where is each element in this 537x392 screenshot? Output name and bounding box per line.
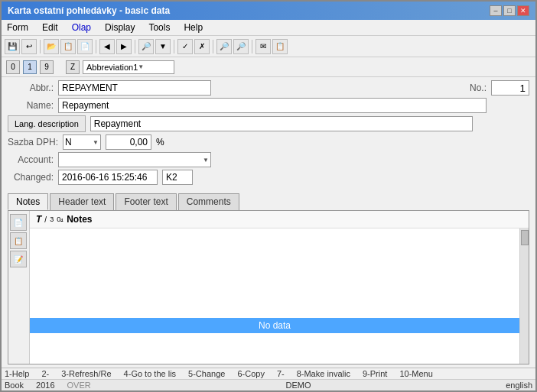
changed-label: Changed: (8, 172, 54, 183)
tab-footer-text[interactable]: Footer text (116, 193, 176, 210)
status-f3: 3-Refresh/Re (61, 369, 111, 378)
lang-row: Lang. description (8, 115, 529, 132)
changed-code-input[interactable] (162, 170, 193, 185)
menu-edit[interactable]: Edit (40, 21, 60, 34)
menubar: Form Edit Olap Display Tools Help (2, 20, 535, 36)
toolbar-sep3 (135, 40, 135, 53)
toolbar-sep1 (40, 40, 41, 53)
no-data-banner: No data (30, 318, 519, 333)
notes-body: No data (30, 228, 519, 364)
status-f1: 1-Help (5, 369, 29, 378)
minimize-button[interactable]: – (490, 5, 502, 16)
menu-olap[interactable]: Olap (70, 21, 93, 34)
tab-header-text[interactable]: Header text (50, 193, 114, 210)
status-f8: 8-Make invalic (297, 369, 350, 378)
scrollbar-vertical[interactable] (519, 228, 529, 364)
abbr-dropdown-arrow: ▼ (138, 63, 144, 70)
menu-tools[interactable]: Tools (146, 21, 172, 34)
nav-z[interactable]: Z (66, 60, 80, 74)
mail-btn[interactable]: ✉ (255, 39, 271, 54)
status-f7: 7- (277, 369, 285, 378)
name-label: Name: (8, 100, 54, 111)
status-f2: 2- (41, 369, 49, 378)
pct-label: % (156, 137, 164, 147)
sazba-row: Sazba DPH: N ▼ % (8, 134, 529, 150)
sazba-pct-input[interactable] (106, 134, 151, 150)
new-btn[interactable]: 📄 (77, 39, 93, 54)
abbreviation-select[interactable]: Abbreviation1 ▼ (83, 60, 174, 74)
abbr-input[interactable] (58, 80, 211, 96)
notes-header-slash: / (44, 215, 47, 224)
changed-input[interactable] (58, 170, 158, 185)
menu-form[interactable]: Form (5, 21, 31, 34)
toolbar-sep2 (96, 40, 96, 53)
lang-input[interactable] (90, 116, 473, 131)
prev-btn[interactable]: ◀ (99, 39, 115, 54)
window-title: Karta ostatní pohledávky - basic data (8, 5, 170, 16)
status-row-1: 1-Help 2- 3-Refresh/Re 4-Go to the lis 5… (2, 368, 535, 379)
status-over: OVER (67, 381, 91, 390)
account-arrow-icon: ▼ (203, 157, 209, 164)
abbr-row: Abbr.: No.: (8, 80, 529, 96)
status-demo: DEMO (285, 381, 311, 390)
sazba-arrow-icon: ▼ (93, 139, 99, 146)
status-lang: english (506, 381, 532, 390)
status-f10: 10-Menu (399, 369, 432, 378)
cancel-btn[interactable]: ✗ (194, 39, 210, 54)
toolbar: 💾 ↩ 📂 📋 📄 ◀ ▶ 🔎 ▼ ✓ ✗ 🔎 🔎 ✉ 📋 (2, 36, 535, 57)
main-window: Karta ostatní pohledávky - basic data – … (0, 0, 537, 392)
status-bar: 1-Help 2- 3-Refresh/Re 4-Go to the lis 5… (2, 368, 535, 390)
save-btn[interactable]: 💾 (5, 39, 20, 54)
scrollbar-thumb[interactable] (521, 230, 529, 245)
lang-description-button[interactable]: Lang. description (8, 115, 86, 132)
check-btn[interactable]: ✓ (177, 39, 193, 54)
find-btn[interactable]: 🔎 (216, 39, 232, 54)
notes-header-t: T (36, 214, 41, 225)
sazba-label: Sazba DPH: (8, 137, 58, 147)
open-btn[interactable]: 📂 (44, 39, 59, 54)
toolbar-sep5 (213, 40, 213, 53)
no-input[interactable] (491, 80, 529, 96)
status-year: 2016 (36, 381, 54, 390)
status-row-2: Book 2016 OVER DEMO english (2, 379, 535, 390)
account-dropdown[interactable]: ▼ (58, 152, 211, 167)
status-book: Book (5, 381, 24, 390)
name-row: Name: (8, 98, 529, 113)
notes-header: T / 3 0₄ Notes (30, 211, 529, 228)
sazba-dropdown[interactable]: N ▼ (63, 134, 101, 150)
toolbar-sep4 (174, 40, 174, 53)
name-input[interactable] (58, 98, 487, 113)
nav-1[interactable]: 1 (23, 60, 37, 74)
tab-content: 📄 📋 📝 T / 3 0₄ Notes No data (8, 210, 529, 364)
maximize-button[interactable]: □ (503, 5, 516, 16)
menu-help[interactable]: Help (181, 21, 205, 34)
tab-comments[interactable]: Comments (178, 193, 239, 210)
find2-btn[interactable]: 🔎 (233, 39, 249, 54)
status-f6: 6-Copy (237, 369, 264, 378)
changed-row: Changed: (8, 170, 529, 185)
abbr-label: Abbr.: (8, 83, 54, 93)
close-button[interactable]: ✕ (517, 5, 529, 16)
notes-body-area: No data (30, 228, 529, 364)
tab-notes[interactable]: Notes (8, 193, 48, 210)
tabs-area: Notes Header text Footer text Comments 📄… (2, 190, 535, 368)
search-btn[interactable]: 🔎 (138, 39, 154, 54)
status-f9: 9-Print (363, 369, 387, 378)
notes-side-btn-3[interactable]: 📝 (10, 251, 27, 267)
nav-bar: 0 1 9 Z Abbreviation1 ▼ (2, 57, 535, 77)
copy-btn[interactable]: 📋 (60, 39, 76, 54)
account-row: Account: ▼ (8, 152, 529, 167)
next-btn[interactable]: ▶ (116, 39, 132, 54)
nav-9[interactable]: 9 (40, 60, 54, 74)
nav-0[interactable]: 0 (6, 60, 20, 74)
menu-display[interactable]: Display (103, 21, 137, 34)
no-label: No.: (441, 83, 487, 93)
status-f4: 4-Go to the lis (124, 369, 176, 378)
list-btn[interactable]: 📋 (272, 39, 288, 54)
tab-bar: Notes Header text Footer text Comments (2, 190, 535, 210)
filter-btn[interactable]: ▼ (155, 39, 171, 54)
undo-btn[interactable]: ↩ (21, 39, 37, 54)
notes-side-btn-2[interactable]: 📋 (10, 232, 27, 249)
toolbar-sep6 (252, 40, 252, 53)
notes-side-btn-1[interactable]: 📄 (10, 214, 27, 231)
